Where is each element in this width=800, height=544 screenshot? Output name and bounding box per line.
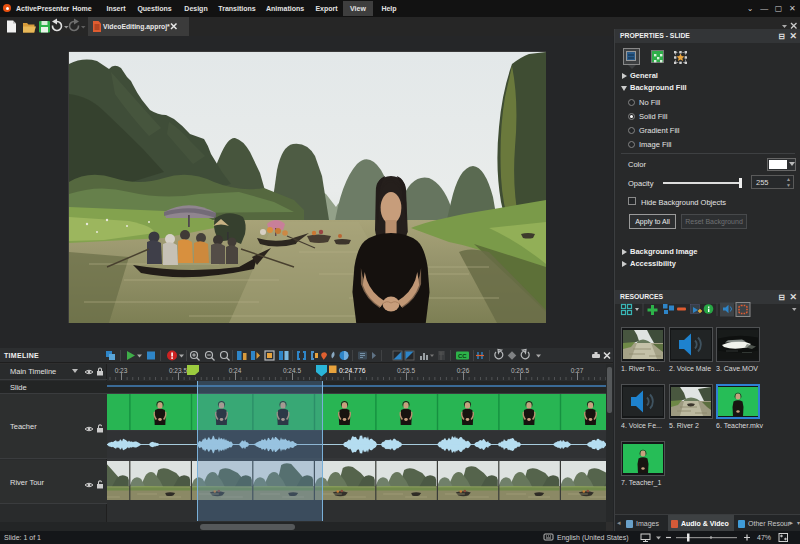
svg-text:CC: CC xyxy=(458,353,467,359)
svg-text:0:24.776: 0:24.776 xyxy=(339,367,366,374)
svg-text:0:26.5: 0:26.5 xyxy=(511,367,529,374)
svg-text:0:27: 0:27 xyxy=(571,367,584,374)
svg-text:47%: 47% xyxy=(757,534,771,541)
svg-text:0:23: 0:23 xyxy=(115,367,128,374)
svg-text:0:26: 0:26 xyxy=(457,367,470,374)
svg-text:English (United States): English (United States) xyxy=(557,534,629,542)
